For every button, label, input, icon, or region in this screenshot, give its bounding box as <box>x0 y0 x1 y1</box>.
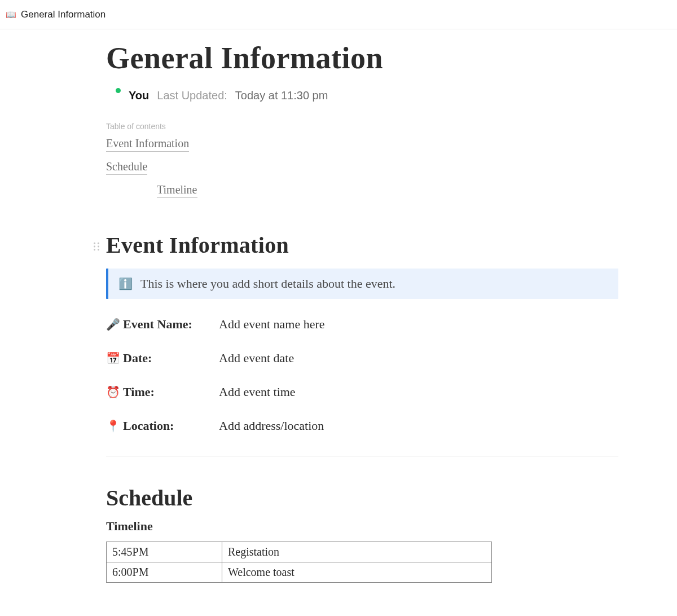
field-time[interactable]: ⏰ Time: Add event time <box>106 385 618 399</box>
toc-label: Table of contents <box>106 122 618 131</box>
table-of-contents: Event Information Schedule Timeline <box>106 135 618 198</box>
field-label: Date: <box>123 351 219 366</box>
heading-event-information[interactable]: Event Information <box>106 232 618 258</box>
field-label: Time: <box>123 385 219 399</box>
drag-handle-icon[interactable] <box>93 242 100 251</box>
toc-link-event-information[interactable]: Event Information <box>106 135 189 152</box>
clock-icon: ⏰ <box>106 385 123 399</box>
svg-point-2 <box>94 246 95 248</box>
last-updated-label: Last Updated: <box>157 89 227 102</box>
timeline-time[interactable]: 6:00PM <box>107 562 222 583</box>
avatar[interactable] <box>106 88 121 103</box>
breadcrumb[interactable]: 📖 General Information <box>0 0 677 29</box>
info-callout-text: This is where you add short details abou… <box>140 276 395 291</box>
info-icon: ℹ️ <box>118 277 133 291</box>
field-location[interactable]: 📍 Location: Add address/location <box>106 419 618 433</box>
svg-point-1 <box>98 243 99 244</box>
field-value[interactable]: Add event name here <box>219 317 325 332</box>
event-fields: 🎤 Event Name: Add event name here 📅 Date… <box>106 317 618 433</box>
svg-point-5 <box>98 249 99 250</box>
field-value[interactable]: Add event time <box>219 385 296 399</box>
book-icon: 📖 <box>6 10 16 19</box>
calendar-icon: 📅 <box>106 351 123 365</box>
breadcrumb-title: General Information <box>21 9 105 20</box>
table-row[interactable]: 6:00PM Welcome toast <box>107 562 492 583</box>
timeline-item[interactable]: Registation <box>222 542 492 562</box>
pin-icon: 📍 <box>106 419 123 433</box>
svg-point-4 <box>94 249 95 250</box>
page-title[interactable]: General Information <box>106 41 618 76</box>
heading-schedule[interactable]: Schedule <box>106 485 618 511</box>
toc-link-schedule[interactable]: Schedule <box>106 159 147 175</box>
microphone-icon: 🎤 <box>106 318 123 331</box>
page-meta: You Last Updated: Today at 11:30 pm <box>106 88 618 103</box>
timeline-table[interactable]: 5:45PM Registation 6:00PM Welcome toast <box>106 542 492 583</box>
field-label: Event Name: <box>123 317 219 332</box>
timeline-item[interactable]: Welcome toast <box>222 562 492 583</box>
presence-indicator-icon <box>115 87 122 94</box>
field-date[interactable]: 📅 Date: Add event date <box>106 351 618 366</box>
field-event-name[interactable]: 🎤 Event Name: Add event name here <box>106 317 618 332</box>
last-updated-value: Today at 11:30 pm <box>235 89 328 102</box>
svg-point-3 <box>98 246 99 248</box>
field-value[interactable]: Add address/location <box>219 419 324 433</box>
field-value[interactable]: Add event date <box>219 351 294 366</box>
timeline-time[interactable]: 5:45PM <box>107 542 222 562</box>
toc-link-timeline[interactable]: Timeline <box>157 182 197 198</box>
field-label: Location: <box>123 419 219 433</box>
info-callout[interactable]: ℹ️ This is where you add short details a… <box>106 269 618 299</box>
heading-event-information-text: Event Information <box>106 232 289 258</box>
divider <box>106 456 618 456</box>
svg-point-0 <box>94 243 95 244</box>
table-row[interactable]: 5:45PM Registation <box>107 542 492 562</box>
author-name[interactable]: You <box>129 89 149 102</box>
heading-timeline[interactable]: Timeline <box>106 519 618 534</box>
